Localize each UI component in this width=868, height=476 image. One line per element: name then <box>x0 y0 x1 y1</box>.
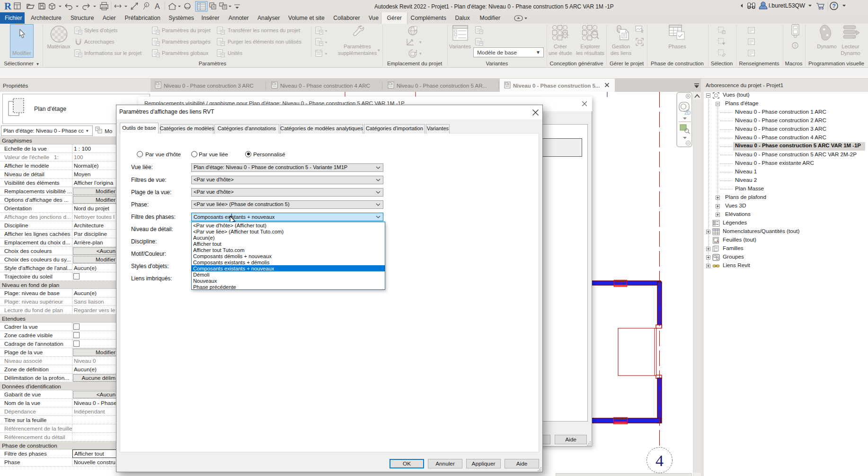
svg-text:R: R <box>4 0 12 12</box>
svg-text:?: ? <box>833 3 836 9</box>
svg-text:A: A <box>155 2 160 10</box>
svg-text:2D: 2D <box>684 110 691 116</box>
svg-text:?: ? <box>794 44 797 48</box>
svg-text:1: 1 <box>146 3 148 7</box>
svg-text:l.buretL53QW: l.buretL53QW <box>769 2 805 9</box>
svg-text:4: 4 <box>655 452 664 469</box>
